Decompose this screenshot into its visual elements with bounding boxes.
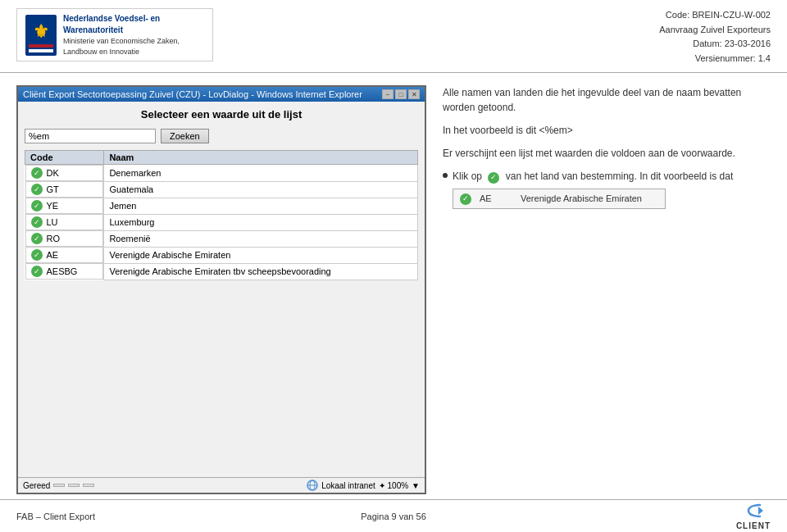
footer-center: Pagina 9 van 56 bbox=[361, 512, 426, 521]
org-text: Nederlandse Voedsel- en Warenautoriteit … bbox=[63, 13, 204, 57]
org-sub2: Landbouw en Innovatie bbox=[63, 47, 204, 57]
table-cell-code: GT bbox=[25, 181, 104, 198]
minimize-button[interactable]: − bbox=[382, 89, 394, 99]
table-row[interactable]: AEVerenigde Arabische Emiraten bbox=[25, 247, 418, 263]
bullet-dot bbox=[443, 173, 448, 178]
col-header-code: Code bbox=[25, 151, 104, 165]
result-table: Code Naam DKDenemarkenGTGuatemalaYEJemen… bbox=[25, 150, 418, 280]
close-button[interactable]: ✕ bbox=[408, 89, 420, 99]
table-cell-naam: Verenigde Arabische Emiraten bbox=[104, 247, 418, 263]
table-row[interactable]: GTGuatemala bbox=[25, 181, 418, 198]
meta-datum: Datum: 23-03-2016 bbox=[659, 37, 771, 52]
table-cell-code: AESBG bbox=[25, 263, 104, 280]
bullet-content: Klik op van het land van bestemming. In … bbox=[453, 169, 733, 209]
org-sub1: Ministerie van Economische Zaken, bbox=[63, 36, 204, 47]
meta-aanvraag: Aanvraag Zuivel Exporteurs bbox=[659, 23, 771, 38]
status-zone: Lokaal intranet ✦ 100% ▼ bbox=[307, 480, 420, 491]
table-cell-naam: Guatemala bbox=[104, 181, 418, 198]
zoom-label: ✦ 100% bbox=[379, 481, 408, 490]
table-row[interactable]: YEJemen bbox=[25, 198, 418, 214]
table-row[interactable]: AESBGVerenigde Arabische Emiraten tbv sc… bbox=[25, 263, 418, 280]
example-name: Verenigde Arabische Emiraten bbox=[521, 192, 642, 206]
row-green-circle bbox=[31, 167, 43, 179]
table-cell-naam: Verenigde Arabische Emiraten tbv scheeps… bbox=[104, 263, 418, 280]
zoom-arrow: ▼ bbox=[412, 481, 420, 490]
browser-statusbar: Gereed Lokaal intranet ✦ 100% ▼ bbox=[18, 477, 425, 493]
table-cell-naam: Jemen bbox=[104, 198, 418, 214]
meta-code: Code: BREIN-CZU-W-002 bbox=[659, 8, 771, 23]
table-cell-naam: Roemenië bbox=[104, 230, 418, 247]
row-green-circle bbox=[31, 216, 43, 228]
browser-title: Cliënt Export Sectortoepassing Zuivel (C… bbox=[23, 89, 362, 99]
example-green-circle bbox=[460, 193, 471, 205]
search-input[interactable] bbox=[25, 129, 156, 143]
table-row[interactable]: DKDenemarken bbox=[25, 165, 418, 182]
row-green-circle bbox=[31, 200, 43, 211]
row-green-circle bbox=[31, 249, 43, 261]
row-green-circle bbox=[31, 233, 43, 244]
browser-titlebar: Cliënt Export Sectortoepassing Zuivel (C… bbox=[18, 87, 425, 102]
footer-left: FAB – Client Export bbox=[16, 512, 95, 521]
browser-window: Cliënt Export Sectortoepassing Zuivel (C… bbox=[16, 85, 426, 494]
status-btn2[interactable] bbox=[68, 484, 80, 487]
col-header-naam: Naam bbox=[104, 151, 418, 165]
search-row: Zoeken bbox=[25, 129, 418, 143]
browser-body: Selecteer een waarde uit de lijst Zoeken… bbox=[18, 102, 425, 477]
table-cell-code: YE bbox=[25, 198, 104, 214]
inline-green-circle bbox=[488, 172, 499, 184]
explanation-para2: In het voorbeeld is dit <%em> bbox=[443, 123, 771, 138]
example-code: AE bbox=[480, 192, 512, 206]
dialog-title: Selecteer een waarde uit de lijst bbox=[25, 108, 418, 120]
table-cell-naam: Luxemburg bbox=[104, 214, 418, 230]
org-name: Nederlandse Voedsel- en Warenautoriteit bbox=[63, 13, 204, 36]
table-row[interactable]: RORoemenië bbox=[25, 230, 418, 247]
zone-icon bbox=[307, 480, 318, 491]
bullet-text2: van het land van bestemming. In dit voor… bbox=[506, 171, 734, 182]
window-controls: − □ ✕ bbox=[382, 89, 420, 99]
svg-rect-3 bbox=[29, 49, 53, 52]
table-cell-code: AE bbox=[25, 247, 104, 263]
page-header: ⚜ Nederlandse Voedsel- en Warenautoritei… bbox=[0, 0, 787, 73]
client-label: CLIENT bbox=[736, 521, 771, 530]
example-row: AE Verenigde Arabische Emiraten bbox=[453, 189, 666, 209]
page-footer: FAB – Client Export Pagina 9 van 56 CLIE… bbox=[0, 499, 787, 532]
search-button[interactable]: Zoeken bbox=[161, 129, 209, 143]
bullet-section: Klik op van het land van bestemming. In … bbox=[443, 169, 771, 209]
explanation-para3: Er verschijnt een lijst met waarden die … bbox=[443, 146, 771, 161]
explanation-para1: Alle namen van landen die het ingevulde … bbox=[443, 85, 771, 115]
row-green-circle bbox=[31, 184, 43, 195]
bullet-item: Klik op van het land van bestemming. In … bbox=[443, 169, 771, 209]
explanation-panel: Alle namen van landen die het ingevulde … bbox=[443, 85, 771, 494]
status-btn1[interactable] bbox=[53, 484, 65, 487]
svg-marker-7 bbox=[758, 507, 763, 515]
zone-label: Lokaal intranet bbox=[321, 481, 375, 490]
client-icon: CLIENT bbox=[736, 502, 771, 530]
svg-rect-2 bbox=[29, 44, 53, 48]
client-logo-icon bbox=[742, 502, 765, 520]
header-meta: Code: BREIN-CZU-W-002 Aanvraag Zuivel Ex… bbox=[659, 8, 771, 66]
table-row[interactable]: LULuxemburg bbox=[25, 214, 418, 230]
logo-box: ⚜ Nederlandse Voedsel- en Warenautoritei… bbox=[16, 8, 213, 61]
government-emblem: ⚜ bbox=[25, 15, 57, 56]
meta-versie: Versienummer: 1.4 bbox=[659, 52, 771, 66]
status-text: Gereed bbox=[23, 481, 50, 490]
restore-button[interactable]: □ bbox=[395, 89, 407, 99]
table-cell-code: RO bbox=[25, 230, 104, 247]
table-cell-naam: Denemarken bbox=[104, 165, 418, 182]
main-content: Cliënt Export Sectortoepassing Zuivel (C… bbox=[0, 73, 787, 507]
bullet-text1: Klik op bbox=[453, 171, 482, 182]
svg-text:⚜: ⚜ bbox=[33, 21, 49, 42]
table-cell-code: LU bbox=[25, 214, 104, 230]
status-btn3[interactable] bbox=[83, 484, 94, 487]
table-cell-code: DK bbox=[25, 165, 104, 181]
row-green-circle bbox=[31, 266, 43, 277]
